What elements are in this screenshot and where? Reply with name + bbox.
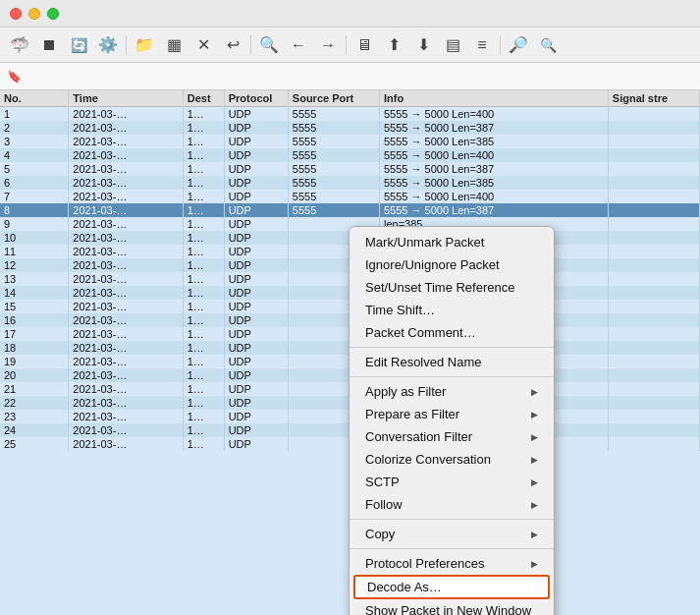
menu-item[interactable]: Decode As… [353, 575, 550, 599]
table-row[interactable]: 82021-03-…1…UDP55555555 → 5000 Len=387 [0, 203, 700, 217]
table-cell: 19 [0, 355, 69, 368]
table-cell: 1… [183, 355, 224, 368]
table-cell [608, 245, 699, 258]
menu-item[interactable]: Colorize Conversation [350, 448, 554, 471]
table-cell [608, 437, 699, 451]
menu-item[interactable]: Prepare as Filter [350, 403, 554, 425]
table-cell: 1… [183, 382, 224, 396]
menu-item[interactable]: Packet Comment… [350, 321, 554, 344]
table-cell: 14 [0, 286, 69, 300]
table-cell: 1… [183, 327, 224, 341]
table-cell [608, 396, 699, 410]
table-cell: UDP [224, 327, 288, 341]
table-cell: 2021-03-… [69, 148, 183, 162]
menu-item[interactable]: Mark/Unmark Packet [350, 231, 554, 253]
menu-item[interactable]: Conversation Filter [350, 425, 554, 448]
sep1 [126, 35, 127, 55]
filter-input[interactable] [26, 70, 694, 84]
table-row[interactable]: 72021-03-…1…UDP55555555 → 5000 Len=400 [0, 190, 700, 203]
table-row[interactable]: 32021-03-…1…UDP55555555 → 5000 Len=385 [0, 135, 700, 148]
table-cell: 17 [0, 327, 69, 341]
shark-icon[interactable]: 🦈 [6, 31, 33, 59]
table-cell: 5555 → 5000 Len=387 [379, 162, 608, 176]
minimize-button[interactable] [28, 8, 40, 20]
folder-icon[interactable]: 📁 [131, 31, 158, 59]
capture-icon[interactable]: ▤ [439, 31, 466, 59]
menu-item-label: Edit Resolved Name [365, 355, 482, 369]
table-cell: 5555 → 5000 Len=385 [379, 176, 608, 190]
col-header-dest: Dest [183, 90, 224, 107]
table-cell: UDP [224, 368, 288, 382]
menu-item-label: Apply as Filter [365, 384, 446, 399]
table-cell: UDP [224, 148, 288, 162]
menu-item[interactable]: Copy [350, 523, 554, 545]
menu-item-label: Set/Unset Time Reference [365, 280, 514, 295]
table-cell: 2021-03-… [69, 286, 183, 300]
table-cell: UDP [224, 217, 288, 231]
zoom-in-icon[interactable]: 🔎 [505, 31, 532, 59]
context-menu: Mark/Unmark PacketIgnore/Unignore Packet… [349, 226, 555, 615]
table-cell: 2021-03-… [69, 382, 183, 396]
table-cell: 2021-03-… [69, 327, 183, 341]
gear-icon[interactable]: ⚙️ [94, 31, 122, 59]
menu-item[interactable]: Ignore/Unignore Packet [350, 253, 554, 276]
table-cell: 1 [0, 107, 69, 122]
table-cell: 1… [183, 203, 224, 217]
table-cell: 22 [0, 396, 69, 410]
table-cell: UDP [224, 231, 288, 245]
zoom-out-icon[interactable]: 🔍 [534, 31, 562, 59]
table-row[interactable]: 22021-03-…1…UDP55555555 → 5000 Len=387 [0, 121, 700, 135]
table-cell: 1… [183, 410, 224, 423]
table-cell: 5555 → 5000 Len=387 [379, 203, 608, 217]
display-icon[interactable]: 🖥 [350, 31, 378, 59]
table-row[interactable]: 62021-03-…1…UDP55555555 → 5000 Len=385 [0, 176, 700, 190]
search-icon[interactable]: 🔍 [255, 31, 283, 59]
table-cell [608, 107, 699, 122]
table-cell: 1… [183, 162, 224, 176]
table-cell: UDP [224, 203, 288, 217]
table-cell: 5555 [288, 107, 379, 122]
table-cell: UDP [224, 272, 288, 286]
menu-item-label: Show Packet in New Window [365, 603, 531, 615]
table-cell: 1… [183, 231, 224, 245]
table-row[interactable]: 12021-03-…1…UDP55555555 → 5000 Len=400 [0, 107, 700, 122]
zoom-button[interactable] [47, 8, 59, 20]
sep3 [346, 35, 347, 55]
refresh-icon[interactable]: ↩ [219, 31, 246, 59]
menu-item-label: Decode As… [367, 580, 442, 594]
menu-item[interactable]: Show Packet in New Window [350, 599, 554, 615]
table-cell: 5 [0, 162, 69, 176]
forward-icon[interactable]: → [314, 31, 342, 59]
menu-item[interactable]: Protocol Preferences [350, 552, 554, 575]
back-icon[interactable]: ← [285, 31, 312, 59]
table-cell: 20 [0, 368, 69, 382]
table-cell: UDP [224, 176, 288, 190]
stop-icon[interactable]: ⏹ [35, 31, 63, 59]
menu-item-label: Ignore/Unignore Packet [365, 257, 500, 272]
menu-item[interactable]: Time Shift… [350, 299, 554, 321]
table-cell: 12 [0, 258, 69, 272]
table-cell: 15 [0, 300, 69, 313]
table-cell: UDP [224, 121, 288, 135]
menu-item[interactable]: Apply as Filter [350, 380, 554, 403]
x-icon[interactable]: ✕ [189, 31, 217, 59]
grid-icon[interactable]: ▦ [160, 31, 188, 59]
menu-item[interactable]: Set/Unset Time Reference [350, 276, 554, 299]
up-icon[interactable]: ⬆ [380, 31, 407, 59]
table-row[interactable]: 42021-03-…1…UDP55555555 → 5000 Len=400 [0, 148, 700, 162]
table-cell: 2021-03-… [69, 135, 183, 148]
table-row[interactable]: 52021-03-…1…UDP55555555 → 5000 Len=387 [0, 162, 700, 176]
menu-item[interactable]: SCTP [350, 471, 554, 493]
table-cell: 5555 [288, 162, 379, 176]
restart-icon[interactable]: 🔄 [65, 31, 92, 59]
table-cell: 5555 → 5000 Len=400 [379, 148, 608, 162]
colorize-icon[interactable]: ≡ [468, 31, 496, 59]
menu-item[interactable]: Edit Resolved Name [350, 351, 554, 373]
table-cell: 5555 [288, 176, 379, 190]
close-button[interactable] [10, 8, 22, 20]
table-cell: 25 [0, 437, 69, 451]
menu-item[interactable]: Follow [350, 493, 554, 516]
table-cell: UDP [224, 190, 288, 203]
down-icon[interactable]: ⬇ [409, 31, 437, 59]
menu-item-label: Time Shift… [365, 303, 435, 317]
